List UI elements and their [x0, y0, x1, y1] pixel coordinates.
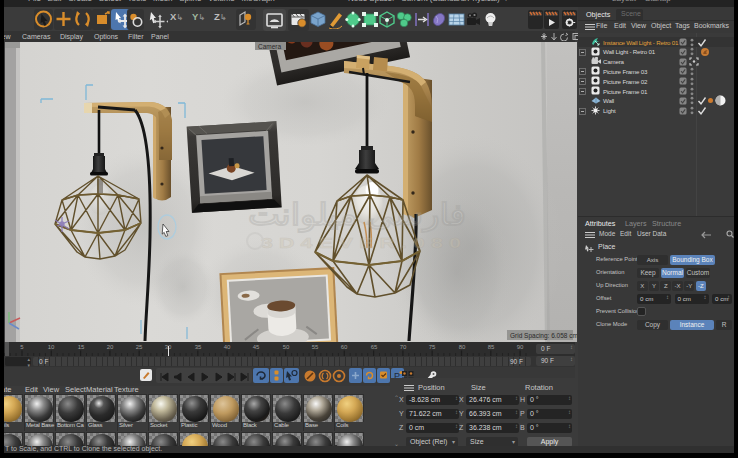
svg-text:3 D 4 E V E R . 0 8 0: 3 D 4 E V E R . 0 8 0	[261, 234, 461, 251]
svg-text:Camera: Camera	[258, 43, 282, 50]
svg-text:Grid Spacing: 6.058 cm: Grid Spacing: 6.058 cm	[510, 332, 577, 340]
svg-text:فارسی میلوانت: فارسی میلوانت	[248, 198, 466, 233]
